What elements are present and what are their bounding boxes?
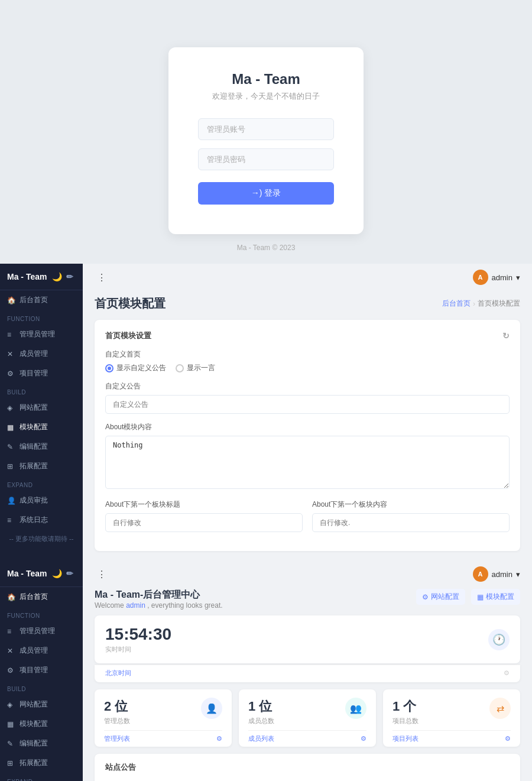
sidebar-item-home-2[interactable]: 🏠 后台首页 xyxy=(0,587,83,607)
about-next-row: About下第一个板块标题 About下第一个板块内容 xyxy=(105,500,510,540)
radio-group-home: 显示自定义公告 显示一言 xyxy=(105,363,510,373)
module-settings-card: 首页模块设置 ↻ 自定义首页 显示自定义公告 显示一言 自定义公告 About模… xyxy=(95,320,520,551)
sidebar-member-mgmt-label: 成员管理 xyxy=(20,349,48,359)
edit-icon[interactable]: ✏ xyxy=(66,272,76,281)
sidebar-editor-config-label: 编辑配置 xyxy=(20,442,48,452)
dots-icon-2: ⋮ xyxy=(97,569,106,580)
about-content-textarea[interactable]: Nothing xyxy=(105,436,510,489)
user-avatar-2: A xyxy=(473,566,488,582)
sidebar-item-site-config-2[interactable]: ◈ 网站配置 xyxy=(0,695,83,714)
editor-icon-2: ✎ xyxy=(7,740,15,748)
radio-label-1: 显示自定义公告 xyxy=(116,363,166,373)
page-title-1: 首页模块配置 xyxy=(95,296,166,312)
sidebar-2: Ma - Team 🌙 ✏ 🏠 后台首页 FUNCTION ≡ 管理员管理 ✕ … xyxy=(0,560,83,781)
welcome-user-link[interactable]: admin xyxy=(126,601,145,610)
login-button[interactable]: →) 登录 xyxy=(198,182,334,205)
stat-label-member: 成员总数 xyxy=(248,717,274,725)
stat-number-member: 1 位 xyxy=(248,698,274,715)
user-avatar-1: A xyxy=(473,270,488,285)
beijing-time-link[interactable]: 北京时间 xyxy=(105,669,131,678)
sidebar-member-audit-label: 成员审批 xyxy=(20,495,48,505)
sidebar-nav-home-label: 后台首页 xyxy=(20,295,48,305)
username-input[interactable] xyxy=(198,118,334,140)
sidebar-item-extend-config[interactable]: ⊞ 拓展配置 xyxy=(0,456,83,476)
page-header-1: 首页模块配置 后台首页 › 首页模块配置 xyxy=(83,291,532,320)
breadcrumb-home-link[interactable]: 后台首页 xyxy=(442,299,471,309)
stat-footer-member[interactable]: 成员列表 ⚙ xyxy=(248,730,366,747)
sidebar-item-module-config[interactable]: ▦ 模块配置 xyxy=(0,417,83,437)
stat-card-member: 1 位 成员总数 👥 成员列表 ⚙ xyxy=(239,689,376,747)
radio-yiyan[interactable]: 显示一言 xyxy=(176,363,215,373)
radio-custom-announce[interactable]: 显示自定义公告 xyxy=(105,363,166,373)
gear-icon-stat2: ⚙ xyxy=(361,735,366,743)
clock-info: 15:54:30 实时时间 xyxy=(105,625,171,654)
admin-icon: ≡ xyxy=(7,330,15,339)
admin-stat-icon: 👤 xyxy=(201,698,222,719)
stat-footer-admin[interactable]: 管理列表 ⚙ xyxy=(104,730,222,747)
sidebar-item-project-mgmt-2[interactable]: ⚙ 项目管理 xyxy=(0,660,83,680)
topbar-1: ⋮ A admin ▾ xyxy=(83,264,532,291)
sidebar-item-module-config-2[interactable]: ▦ 模块配置 xyxy=(0,714,83,734)
sidebar-item-site-config[interactable]: ◈ 网站配置 xyxy=(0,398,83,417)
sidebar-section-expand: EXPAND xyxy=(0,476,83,491)
topbar-2: ⋮ A admin ▾ xyxy=(83,560,532,588)
sidebar-nav-home-label-2: 后台首页 xyxy=(20,592,48,602)
about-next-title-label: About下第一个板块标题 xyxy=(105,500,303,510)
admin-icon-2: ≡ xyxy=(7,627,15,636)
moon-icon-2[interactable]: 🌙 xyxy=(52,569,61,578)
sidebar-item-editor-config[interactable]: ✎ 编辑配置 xyxy=(0,437,83,456)
stat-number-admin: 2 位 xyxy=(104,698,130,715)
sidebar-project-mgmt-label: 项目管理 xyxy=(20,368,48,378)
gear-icon-site: ⚙ xyxy=(422,593,429,601)
sidebar-module-config-label-2: 模块配置 xyxy=(20,719,48,729)
about-next-content-input[interactable] xyxy=(312,513,510,532)
breadcrumb-1: 后台首页 › 首页模块配置 xyxy=(442,299,520,309)
sidebar-item-member-mgmt-2[interactable]: ✕ 成员管理 xyxy=(0,641,83,660)
sidebar-brand-label-2: Ma - Team xyxy=(7,569,47,578)
sidebar-item-admin-mgmt[interactable]: ≡ 管理员管理 xyxy=(0,325,83,344)
announcement-card: 站点公告 ⊘ 欢欢使用 Ma-Team 本程序适用于团队/工作室等类型 全站由L… xyxy=(95,754,520,781)
moon-icon[interactable]: 🌙 xyxy=(52,272,61,281)
radio-dot-unchecked xyxy=(176,364,184,372)
refresh-icon-1[interactable]: ↻ xyxy=(502,331,510,341)
gear-icon-clock: ⚙ xyxy=(504,669,510,677)
module-icon-2: ▦ xyxy=(7,720,15,728)
site-config-btn[interactable]: ⚙ 网站配置 xyxy=(416,589,465,605)
topbar-menu-2[interactable]: ⋮ xyxy=(95,567,109,581)
password-input[interactable] xyxy=(198,148,334,170)
stat-top-project: 1 个 项目总数 ⇄ xyxy=(392,698,511,725)
sidebar-item-member-audit[interactable]: 👤 成员审批 xyxy=(0,491,83,510)
project-icon-2: ⚙ xyxy=(7,666,15,675)
main-content-2: ⋮ A admin ▾ Ma - Team-后台管理中心 Welcome adm… xyxy=(83,560,532,781)
stat-footer-project[interactable]: 项目列表 ⚙ xyxy=(392,730,511,747)
custom-announce-label: 自定义公告 xyxy=(105,381,510,391)
audit-icon: 👤 xyxy=(7,497,15,505)
sidebar-item-editor-config-2[interactable]: ✎ 编辑配置 xyxy=(0,734,83,753)
sidebar-more-1: -- 更多功能敬请期待 -- xyxy=(0,530,83,548)
custom-announce-input[interactable] xyxy=(105,395,510,414)
topbar-user-1[interactable]: A admin ▾ xyxy=(473,270,520,285)
member-stat-icon: 👥 xyxy=(345,698,366,719)
sidebar-item-admin-mgmt-2[interactable]: ≡ 管理员管理 xyxy=(0,621,83,641)
sidebar-site-config-label: 网站配置 xyxy=(20,403,48,413)
edit-icon-2[interactable]: ✏ xyxy=(66,569,76,578)
site-config-label: 网站配置 xyxy=(431,592,459,602)
topbar-menu-1[interactable]: ⋮ xyxy=(95,270,109,284)
login-copyright: Ma - Team © 2023 xyxy=(237,244,296,252)
sidebar-item-extend-config-2[interactable]: ⊞ 拓展配置 xyxy=(0,753,83,773)
sidebar-item-system-log[interactable]: ≡ 系统日志 xyxy=(0,510,83,530)
about-next-content-label: About下第一个板块内容 xyxy=(312,500,510,510)
chevron-down-icon-1: ▾ xyxy=(516,273,520,282)
about-next-title-input[interactable] xyxy=(105,513,303,532)
extend-icon-2: ⊞ xyxy=(7,759,15,767)
clock-link-row: 北京时间 ⚙ xyxy=(95,665,520,682)
stat-card-admin: 2 位 管理总数 👤 管理列表 ⚙ xyxy=(95,689,232,747)
user-name-2: admin xyxy=(492,570,512,579)
custom-home-label: 自定义首页 xyxy=(105,349,510,359)
sidebar-item-home[interactable]: 🏠 后台首页 xyxy=(0,290,83,310)
module-config-label: 模块配置 xyxy=(486,592,514,602)
sidebar-item-project-mgmt[interactable]: ⚙ 项目管理 xyxy=(0,364,83,383)
module-config-btn[interactable]: ▦ 模块配置 xyxy=(471,589,520,605)
sidebar-item-member-mgmt[interactable]: ✕ 成员管理 xyxy=(0,344,83,364)
topbar-user-2[interactable]: A admin ▾ xyxy=(473,566,520,582)
